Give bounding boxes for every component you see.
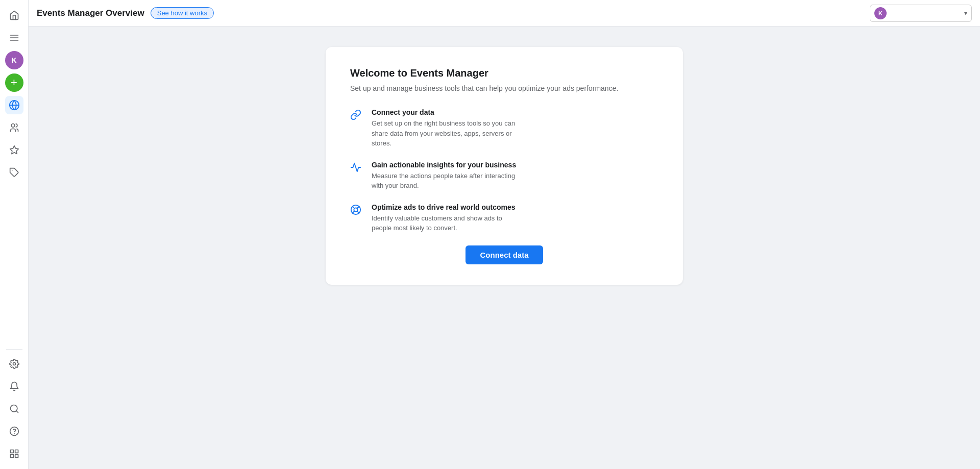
sidebar-item-home[interactable] (5, 6, 23, 24)
svg-rect-14 (15, 450, 18, 453)
sidebar: K + (0, 0, 29, 469)
svg-line-23 (353, 211, 355, 213)
see-how-button[interactable]: See how it works (151, 7, 214, 19)
card-title: Welcome to Events Manager (350, 67, 658, 79)
sidebar-item-menu[interactable] (5, 29, 23, 47)
feature-optimize-title: Optimize ads to drive real world outcome… (372, 203, 520, 211)
welcome-card: Welcome to Events Manager Set up and man… (326, 47, 683, 285)
sidebar-item-tag[interactable] (5, 163, 23, 182)
chevron-down-icon: ▾ (964, 10, 967, 17)
sidebar-divider (6, 349, 22, 350)
sidebar-item-help[interactable] (5, 422, 23, 440)
feature-optimize-content: Optimize ads to drive real world outcome… (372, 203, 520, 233)
svg-point-8 (13, 363, 15, 365)
sidebar-item-people[interactable] (5, 118, 23, 137)
main-area: Events Manager Overview See how it works… (29, 0, 980, 469)
svg-line-10 (16, 411, 18, 413)
card-subtitle: Set up and manage business tools that ca… (350, 83, 658, 94)
svg-line-22 (357, 207, 359, 208)
svg-rect-13 (10, 450, 13, 453)
page-title: Events Manager Overview (37, 8, 144, 18)
sidebar-item-panels[interactable] (5, 445, 23, 463)
feature-insights-desc: Measure the actions people take after in… (372, 171, 520, 191)
insights-icon (350, 162, 364, 176)
connect-data-button[interactable]: Connect data (465, 245, 543, 264)
feature-insights-content: Gain actionable insights for your busine… (372, 161, 520, 191)
sidebar-item-events[interactable] (5, 96, 23, 114)
feature-insights-title: Gain actionable insights for your busine… (372, 161, 520, 169)
sidebar-item-search[interactable] (5, 400, 23, 418)
svg-line-20 (357, 211, 359, 213)
svg-rect-15 (15, 455, 18, 458)
svg-line-19 (353, 206, 355, 208)
sidebar-item-star[interactable] (5, 141, 23, 159)
svg-marker-6 (10, 146, 18, 154)
feature-connect-data: Connect your data Get set up on the righ… (350, 108, 658, 149)
feature-optimize: Optimize ads to drive real world outcome… (350, 203, 658, 233)
svg-rect-16 (10, 455, 13, 458)
feature-connect-content: Connect your data Get set up on the righ… (372, 108, 520, 149)
feature-connect-title: Connect your data (372, 108, 520, 116)
topbar: Events Manager Overview See how it works… (29, 0, 980, 27)
content-area: Welcome to Events Manager Set up and man… (29, 27, 980, 469)
feature-optimize-desc: Identify valuable customers and show ads… (372, 213, 520, 233)
link-icon (350, 109, 364, 124)
svg-point-5 (11, 124, 15, 128)
sidebar-item-notifications[interactable] (5, 377, 23, 396)
sidebar-avatar[interactable]: K (5, 51, 23, 69)
account-avatar: K (874, 7, 887, 19)
account-selector[interactable]: K ▾ (870, 5, 972, 22)
feature-insights: Gain actionable insights for your busine… (350, 161, 658, 191)
sidebar-item-settings[interactable] (5, 355, 23, 373)
sidebar-add-button[interactable]: + (5, 73, 23, 92)
feature-connect-desc: Get set up on the right business tools s… (372, 118, 520, 149)
card-footer: Connect data (350, 245, 658, 264)
optimize-icon (350, 204, 364, 218)
